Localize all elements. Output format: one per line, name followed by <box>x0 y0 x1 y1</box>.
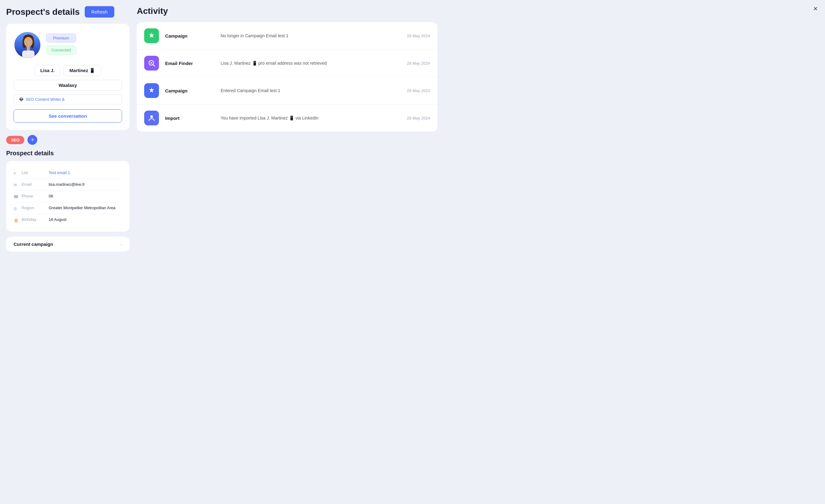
current-campaign-value: - <box>121 241 122 247</box>
birthday-value: 16 August <box>49 217 122 222</box>
profile-card: Premium Connected Lisa J. Martinez 📱 Waa… <box>6 24 129 130</box>
connected-badge: Connected <box>46 46 76 55</box>
activity-date-1: 28 May 2024 <box>407 33 430 38</box>
activity-type-3: Campaign <box>165 88 214 93</box>
svg-rect-6 <box>22 51 34 59</box>
activity-date-2: 28 May 2024 <box>407 61 430 66</box>
activity-title: Activity <box>137 6 438 16</box>
svg-point-5 <box>24 37 33 47</box>
tag-seo[interactable]: SEO <box>6 136 24 144</box>
email-finder-icon <box>144 56 159 71</box>
name-row: Lisa J. Martinez 📱 <box>13 65 122 76</box>
left-panel: Prospect's details Refresh <box>6 6 129 252</box>
email-icon: ✉ <box>13 183 19 187</box>
detail-row-email: ✉ Email lisa.martinez@live.fr <box>13 179 122 191</box>
company-chip: Waalaxy <box>13 80 122 90</box>
detail-row-birthday: 🎂 Birthday 16 August <box>13 214 122 225</box>
close-button[interactable]: × <box>813 5 818 12</box>
svg-line-9 <box>153 64 154 66</box>
email-value: lisa.martinez@live.fr <box>49 182 122 187</box>
activity-row-2: Email Finder Lisa J. Martinez 📱 pro emai… <box>137 50 438 77</box>
region-label: Region <box>21 206 46 210</box>
svg-point-10 <box>150 62 152 64</box>
main-layout: Prospect's details Refresh <box>6 6 438 252</box>
activity-date-3: 28 May 2024 <box>407 88 430 93</box>
activity-desc-1: No longer in Campaign Email test 1 <box>221 33 401 38</box>
phone-icon: ☎ <box>13 194 19 199</box>
region-value: Greater Montpellier Metropolitan Area <box>49 206 122 210</box>
profile-top: Premium Connected <box>13 31 122 59</box>
refresh-button[interactable]: Refresh <box>85 6 115 17</box>
avatar <box>13 31 41 59</box>
details-card: ≡ List Test email 1 ✉ Email lisa.martine… <box>6 161 129 232</box>
svg-point-11 <box>150 115 153 118</box>
badges-column: Premium Connected <box>46 31 76 55</box>
list-icon: ≡ <box>13 171 19 175</box>
birthday-icon: 🎂 <box>13 218 19 222</box>
activity-desc-4: You have imported Lisa J. Martinez 📱 via… <box>221 116 401 121</box>
see-conversation-button[interactable]: See conversation <box>13 110 122 123</box>
add-tag-button[interactable]: + <box>27 135 37 145</box>
activity-type-1: Campaign <box>165 33 214 39</box>
activity-card: Campaign No longer in Campaign Email tes… <box>137 22 438 132</box>
right-panel: Activity Campaign No longer in Campaign … <box>137 6 438 252</box>
current-campaign-card: Current campaign - <box>6 237 129 252</box>
last-name-chip: Martinez 📱 <box>64 65 101 76</box>
list-label: List <box>21 170 46 175</box>
phone-value: 06 <box>49 194 122 198</box>
premium-badge: Premium <box>46 33 76 43</box>
activity-type-2: Email Finder <box>165 61 214 66</box>
activity-row: Campaign No longer in Campaign Email tes… <box>137 22 438 50</box>
job-title: SEO Content Writer & <box>25 97 65 102</box>
current-campaign-label: Current campaign <box>13 241 53 247</box>
import-icon <box>144 111 159 125</box>
activity-row-4: Import You have imported Lisa J. Martine… <box>137 104 438 132</box>
activity-desc-2: Lisa J. Martinez 📱 pro email address was… <box>221 61 401 66</box>
region-icon: ◎ <box>13 206 19 211</box>
job-icon: 👽 <box>19 97 24 102</box>
email-label: Email <box>21 182 46 187</box>
page-header: Prospect's details Refresh <box>6 6 129 17</box>
svg-rect-7 <box>27 46 30 51</box>
job-chip: 👽 SEO Content Writer & <box>13 94 122 104</box>
detail-row-phone: ☎ Phone 06 <box>13 191 122 202</box>
detail-row-list: ≡ List Test email 1 <box>13 167 122 179</box>
campaign-icon-2 <box>144 83 159 98</box>
birthday-label: Birthday <box>21 217 46 222</box>
activity-date-4: 28 May 2024 <box>407 116 430 121</box>
activity-desc-3: Entered Campaign Email test 1 <box>221 88 401 93</box>
prospect-details-title: Prospect details <box>6 150 129 157</box>
activity-row-3: Campaign Entered Campaign Email test 1 2… <box>137 77 438 104</box>
phone-label: Phone <box>21 194 46 198</box>
campaign-icon-1 <box>144 28 159 43</box>
activity-type-4: Import <box>165 116 214 121</box>
list-value: Test email 1 <box>49 170 70 175</box>
tags-row: SEO + <box>6 135 129 145</box>
detail-row-region: ◎ Region Greater Montpellier Metropolita… <box>13 202 122 214</box>
page-title: Prospect's details <box>6 7 80 17</box>
first-name-chip: Lisa J. <box>34 65 61 76</box>
